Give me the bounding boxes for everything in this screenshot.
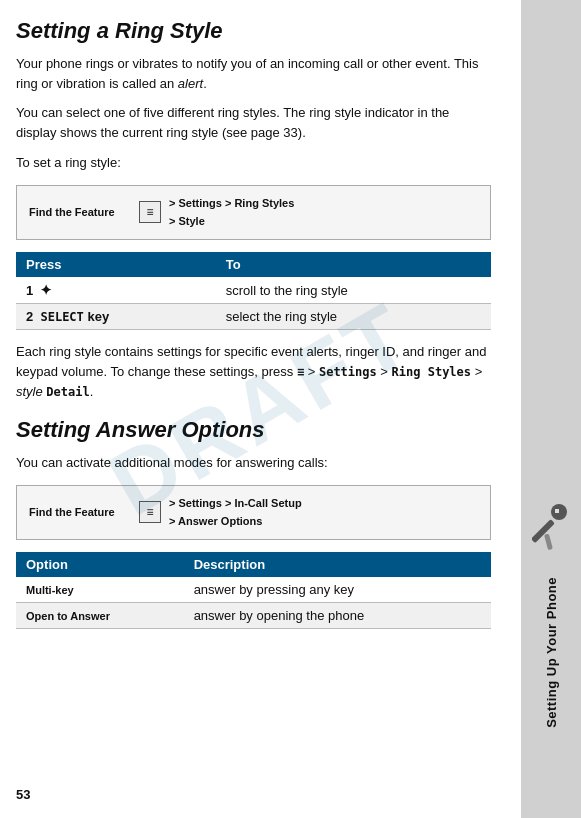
- press-col-header: Press: [16, 252, 216, 277]
- section1-para1: Your phone rings or vibrates to notify y…: [16, 54, 491, 94]
- menu-icon-2: ≡: [139, 501, 161, 523]
- to-cell-2: select the ring style: [216, 304, 491, 330]
- find-feature-box-1: Find the Feature ≡ > Settings > Ring Sty…: [16, 185, 491, 240]
- svg-rect-1: [555, 509, 559, 513]
- press-cell: 1 ✦: [16, 277, 216, 304]
- sidebar-label: Setting Up Your Phone: [544, 577, 559, 728]
- table-row: Multi-key answer by pressing any key: [16, 577, 491, 603]
- to-col-header: To: [216, 252, 491, 277]
- svg-rect-2: [532, 519, 555, 543]
- table-row: 2 SELECT key select the ring style: [16, 304, 491, 330]
- to-cell-1: scroll to the ring style: [216, 277, 491, 304]
- section1-title: Setting a Ring Style: [16, 18, 491, 44]
- section2-para1: You can activate additional modes for an…: [16, 453, 491, 473]
- find-feature-path-line1: > Settings > Ring Styles: [169, 197, 294, 209]
- find-feature-box-2: Find the Feature ≡ > Settings > In-Call …: [16, 485, 491, 540]
- description-cell-1: answer by pressing any key: [184, 577, 491, 603]
- section1-para2: You can select one of five different rin…: [16, 103, 491, 143]
- right-sidebar: Setting Up Your Phone: [521, 0, 581, 818]
- find-feature-path-2: > Settings > In-Call Setup > Answer Opti…: [169, 494, 302, 531]
- svg-rect-3: [544, 534, 553, 551]
- find-feature-path2-line1: > Settings > In-Call Setup: [169, 497, 302, 509]
- find-feature-label-2: Find the Feature: [29, 506, 139, 518]
- description-cell-2: answer by opening the phone: [184, 603, 491, 629]
- find-feature-path-line2: > Style: [169, 215, 205, 227]
- tools-icon: [532, 504, 570, 557]
- section1-para4: Each ring style contains settings for sp…: [16, 342, 491, 402]
- find-feature-label-1: Find the Feature: [29, 206, 139, 218]
- description-col-header: Description: [184, 552, 491, 577]
- page-number: 53: [16, 787, 30, 802]
- section1-para3: To set a ring style:: [16, 153, 491, 173]
- press-cell-2: 2 SELECT key: [16, 304, 216, 330]
- option-cell-2: Open to Answer: [16, 603, 184, 629]
- option-description-table: Option Description Multi-key answer by p…: [16, 552, 491, 629]
- find-feature-path2-line2: > Answer Options: [169, 515, 262, 527]
- table-row: 1 ✦ scroll to the ring style: [16, 277, 491, 304]
- menu-icon-1: ≡: [139, 201, 161, 223]
- press-to-table: Press To 1 ✦ scroll to the ring style 2 …: [16, 252, 491, 330]
- find-feature-path-1: > Settings > Ring Styles > Style: [169, 194, 294, 231]
- option-cell-1: Multi-key: [16, 577, 184, 603]
- section2-title: Setting Answer Options: [16, 417, 491, 443]
- option-col-header: Option: [16, 552, 184, 577]
- table-row: Open to Answer answer by opening the pho…: [16, 603, 491, 629]
